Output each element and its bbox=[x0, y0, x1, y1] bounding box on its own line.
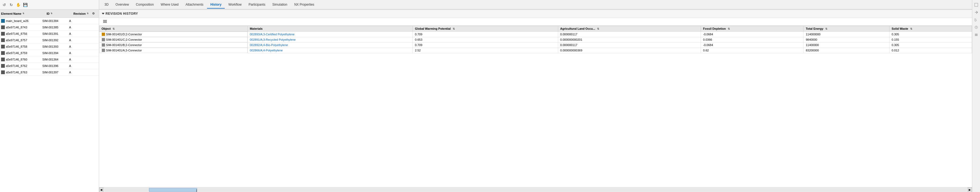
list-item[interactable]: a5e97146_8758 SIM-001393 A bbox=[0, 43, 99, 50]
list-item[interactable]: a5e97146_8759 SIM-001394 A bbox=[0, 50, 99, 56]
tab-composition[interactable]: Composition bbox=[132, 1, 157, 9]
sidebar-toolbar: ↺ ↻ ✋ 💾 bbox=[0, 0, 99, 10]
rev-sort-icon: ⇅ bbox=[87, 12, 89, 15]
section-header: REVISION HISTORY bbox=[99, 10, 972, 18]
scroll-right-button[interactable]: ▶ bbox=[968, 187, 972, 192]
tab-nx-properties[interactable]: NX Properties bbox=[291, 1, 318, 9]
redo-icon[interactable]: ↻ bbox=[9, 2, 14, 8]
tab-bar: 3D Overview Composition Where Used Attac… bbox=[99, 0, 972, 10]
panel-icon-4[interactable] bbox=[974, 25, 979, 30]
row-icon bbox=[1, 51, 5, 55]
undo-icon[interactable]: ↺ bbox=[2, 2, 7, 8]
panel-icon-5[interactable] bbox=[974, 32, 979, 38]
alo-sort-icon: ⇅ bbox=[597, 27, 599, 30]
table-row[interactable]: SIM-001401/D;2-Connector 002893/A;3-Cert… bbox=[99, 32, 972, 37]
col-header-te[interactable]: Total Energy ⇅ bbox=[803, 26, 889, 32]
row-icon bbox=[1, 45, 5, 48]
section-title: REVISION HISTORY bbox=[105, 12, 138, 16]
revision-history-table: Object ⇅ Materials Global Warming Potent… bbox=[99, 26, 972, 53]
tab-3d[interactable]: 3D bbox=[101, 1, 112, 9]
hand-tool-icon[interactable]: ✋ bbox=[16, 2, 21, 8]
row-icon bbox=[1, 64, 5, 68]
row-icon bbox=[102, 33, 105, 36]
svg-rect-2 bbox=[103, 22, 107, 23]
tab-where-used[interactable]: Where Used bbox=[158, 1, 182, 9]
col-header-fd[interactable]: Fossil Depletion ⇅ bbox=[701, 26, 803, 32]
svg-rect-3 bbox=[975, 3, 978, 6]
panel-icon-1[interactable] bbox=[974, 2, 979, 8]
scroll-thumb[interactable]: ┃ bbox=[149, 188, 197, 192]
col-header-name[interactable]: Element Name ⇅ bbox=[1, 12, 46, 15]
row-icon bbox=[1, 19, 5, 23]
row-icon bbox=[102, 38, 105, 41]
cursor-indicator: ┃ bbox=[196, 189, 197, 192]
col-header-alo[interactable]: Agricultural Land Occu... ⇅ bbox=[558, 26, 701, 32]
list-item[interactable]: main_board_w26 SIM-001384 A bbox=[0, 17, 99, 24]
list-item[interactable]: a5e97146_8762 SIM-001396 A bbox=[0, 63, 99, 69]
te-sort-icon: ⇅ bbox=[825, 27, 827, 30]
sidebar: ↺ ↻ ✋ 💾 Element Name ⇅ ID ⇅ Revision ⇅ ⚙… bbox=[0, 0, 99, 192]
sidebar-scroll[interactable]: main_board_w26 SIM-001384 A a5e97146_874… bbox=[0, 17, 99, 192]
svg-rect-0 bbox=[103, 20, 107, 21]
panel-icon-3[interactable] bbox=[974, 17, 979, 22]
row-icon bbox=[1, 25, 5, 29]
content-area: REVISION HISTORY Object ⇅ bbox=[99, 10, 972, 192]
scroll-left-button[interactable]: ◀ bbox=[99, 187, 103, 192]
row-icon bbox=[102, 49, 105, 52]
table-toolbar bbox=[99, 18, 972, 26]
col-settings-icon[interactable]: ⚙ bbox=[92, 12, 97, 15]
collapse-triangle-icon[interactable] bbox=[102, 13, 105, 14]
materials-link[interactable]: 002866/A;4-Polyethylene bbox=[250, 49, 283, 52]
table-row[interactable]: SIM-001401/A;3-Connector 002866/A;4-Poly… bbox=[99, 48, 972, 53]
tab-attachments[interactable]: Attachments bbox=[182, 1, 207, 9]
row-icon bbox=[1, 32, 5, 36]
tab-overview[interactable]: Overview bbox=[112, 1, 132, 9]
materials-link[interactable]: 002891/A;3-Recycled Polyethylene bbox=[250, 38, 296, 41]
right-panel bbox=[972, 0, 980, 192]
panel-icon-2[interactable] bbox=[974, 10, 979, 15]
list-item[interactable]: a5e97146_8757 SIM-001392 A bbox=[0, 37, 99, 43]
col-header-gwp[interactable]: Global Warming Potential ⇅ bbox=[413, 26, 558, 32]
gwp-sort-icon: ⇅ bbox=[453, 27, 455, 30]
materials-link[interactable]: 002893/A;3-Certified Polyethylene bbox=[250, 33, 294, 36]
list-item[interactable]: a5e97146_8743 SIM-001385 A bbox=[0, 24, 99, 30]
list-item[interactable]: a5e97146_8756 SIM-001391 A bbox=[0, 30, 99, 37]
col-header-sw[interactable]: Solid Waste ⇅ bbox=[889, 26, 972, 32]
main-content: 3D Overview Composition Where Used Attac… bbox=[99, 0, 972, 192]
fd-sort-icon: ⇅ bbox=[728, 27, 730, 30]
scroll-track[interactable]: ┃ bbox=[103, 188, 968, 192]
materials-link[interactable]: 002892/A;4-Bio-Polyethylene bbox=[250, 43, 288, 47]
sw-sort-icon: ⇅ bbox=[910, 27, 912, 30]
horizontal-scrollbar: ◀ ┃ ▶ bbox=[99, 187, 972, 192]
tab-participants[interactable]: Participants bbox=[245, 1, 269, 9]
col-header-revision[interactable]: Revision ⇅ bbox=[73, 12, 92, 15]
tab-simulation[interactable]: Simulation bbox=[269, 1, 291, 9]
col-header-id[interactable]: ID ⇅ bbox=[46, 12, 73, 15]
name-sort-icon: ⇅ bbox=[22, 12, 24, 15]
row-icon bbox=[1, 38, 5, 42]
table-row[interactable]: SIM-001401/C;2-Connector 002891/A;3-Recy… bbox=[99, 37, 972, 42]
table-export-icon[interactable] bbox=[102, 19, 108, 24]
svg-rect-1 bbox=[103, 21, 107, 22]
col-header-object[interactable]: Object ⇅ bbox=[99, 26, 248, 32]
row-icon bbox=[102, 43, 105, 47]
data-table-container[interactable]: Object ⇅ Materials Global Warming Potent… bbox=[99, 26, 972, 187]
list-item[interactable]: a5e97146_8763 SIM-001397 A bbox=[0, 69, 99, 76]
save-icon[interactable]: 💾 bbox=[22, 2, 28, 8]
row-icon bbox=[1, 70, 5, 74]
tab-history[interactable]: History bbox=[207, 1, 224, 9]
sidebar-column-headers: Element Name ⇅ ID ⇅ Revision ⇅ ⚙ bbox=[0, 10, 99, 17]
list-item[interactable]: a5e97146_8760 SIM-001364 A bbox=[0, 56, 99, 63]
tab-workflow[interactable]: Workflow bbox=[225, 1, 245, 9]
id-sort-icon: ⇅ bbox=[51, 12, 52, 15]
row-icon bbox=[1, 57, 5, 61]
table-row[interactable]: SIM-001401/B;2-Connector 002892/A;4-Bio-… bbox=[99, 42, 972, 48]
col-header-materials[interactable]: Materials bbox=[248, 26, 413, 32]
object-sort-icon: ⇅ bbox=[113, 27, 115, 30]
